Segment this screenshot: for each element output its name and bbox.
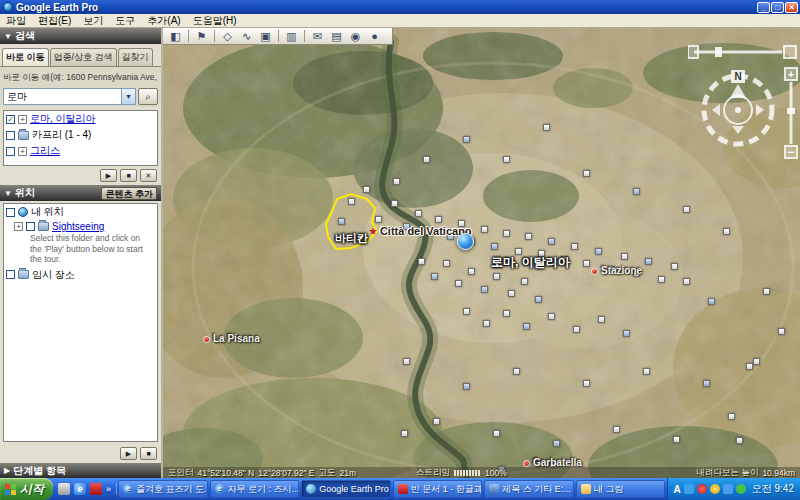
photo-marker[interactable]: [703, 380, 710, 387]
photo-marker[interactable]: [595, 248, 602, 255]
play-places-tour-button[interactable]: ▶: [120, 447, 137, 460]
dropdown-arrow-icon[interactable]: ▼: [121, 89, 135, 104]
photo-marker[interactable]: [423, 156, 430, 163]
photo-marker[interactable]: [481, 286, 488, 293]
photo-marker[interactable]: [728, 413, 735, 420]
expander-icon[interactable]: +: [14, 222, 23, 231]
add-image-overlay-icon[interactable]: ▣: [257, 30, 274, 43]
add-placemark-icon[interactable]: ⚑: [193, 30, 210, 43]
photo-marker[interactable]: [415, 210, 422, 217]
tray-icon-3[interactable]: [710, 484, 720, 494]
taskbar-window-hwp[interactable]: 빈 문서 1 - 한글과...: [393, 480, 483, 498]
menu-view[interactable]: 보기: [83, 14, 103, 28]
menu-edit[interactable]: 편집(E): [38, 14, 71, 28]
sightseeing-checkbox[interactable]: [26, 222, 35, 231]
view-in-google-maps-icon[interactable]: ◉: [347, 30, 364, 43]
photo-marker[interactable]: [503, 230, 510, 237]
clear-results-button[interactable]: ✕: [140, 169, 157, 182]
photo-marker[interactable]: [613, 426, 620, 433]
photo-marker[interactable]: [443, 260, 450, 267]
menu-help[interactable]: 도움말(H): [193, 14, 237, 28]
photo-marker[interactable]: [778, 328, 785, 335]
taskbar-window-1[interactable]: e 즐겨호 표즈기 도...: [118, 480, 208, 498]
sightseeing-link[interactable]: Sightseeing: [52, 221, 104, 232]
email-icon[interactable]: ✉: [309, 30, 326, 43]
tray-icon-2[interactable]: [697, 484, 707, 494]
photo-marker[interactable]: [573, 326, 580, 333]
photo-marker[interactable]: [375, 216, 382, 223]
map-viewport[interactable]: ◧ ⚑ ◇ ∿ ▣ ▥ ✉ ▤ ◉ ● 바티칸 ★Città del Vatic…: [163, 28, 800, 478]
temporary-places-label[interactable]: 임시 장소: [32, 268, 75, 282]
taskbar-window-2[interactable]: e 자무 로기 : 즈시...: [210, 480, 300, 498]
menu-add[interactable]: 추가(A): [147, 14, 180, 28]
result-greece-link[interactable]: 그리스: [30, 144, 60, 158]
photo-marker[interactable]: [463, 308, 470, 315]
photo-marker[interactable]: [683, 278, 690, 285]
photo-marker[interactable]: [763, 288, 770, 295]
photo-marker[interactable]: [338, 218, 345, 225]
photo-marker[interactable]: [493, 430, 500, 437]
result-rome-link[interactable]: 로마, 이탈리아: [30, 112, 96, 126]
photo-marker[interactable]: [348, 198, 355, 205]
result-checkbox[interactable]: [6, 147, 15, 156]
add-path-icon[interactable]: ∿: [238, 30, 255, 43]
photo-marker[interactable]: [535, 296, 542, 303]
taskbar-window-5[interactable]: 제목 스 기타 E:...: [484, 480, 574, 498]
photo-marker[interactable]: [623, 330, 630, 337]
photo-marker[interactable]: [658, 276, 665, 283]
expander-icon[interactable]: +: [18, 147, 27, 156]
photo-marker[interactable]: [673, 436, 680, 443]
tab-fly-to[interactable]: 바로 이동: [2, 48, 49, 66]
add-content-button[interactable]: 콘텐츠 추가: [101, 187, 157, 200]
photo-marker[interactable]: [583, 260, 590, 267]
photo-marker[interactable]: [683, 206, 690, 213]
photo-marker[interactable]: [463, 383, 470, 390]
tab-directions[interactable]: 길찾기: [118, 48, 153, 66]
sightseeing-row[interactable]: + Sightseeing: [4, 220, 157, 233]
photo-marker[interactable]: [543, 124, 550, 131]
places-panel-header[interactable]: ▼ 위치 콘텐츠 추가: [0, 185, 161, 201]
quick-launch-app-icon[interactable]: [90, 483, 102, 495]
print-icon[interactable]: ▤: [328, 30, 345, 43]
photo-marker[interactable]: [491, 243, 498, 250]
photo-marker[interactable]: [633, 188, 640, 195]
photo-marker[interactable]: [548, 238, 555, 245]
expander-icon[interactable]: +: [18, 115, 27, 124]
search-result-row[interactable]: ✓ + 로마, 이탈리아: [4, 111, 157, 127]
taskbar-window-google-earth[interactable]: Google Earth Pro: [301, 480, 391, 498]
menu-tools[interactable]: 도구: [115, 14, 135, 28]
photo-marker[interactable]: [521, 278, 528, 285]
photo-marker[interactable]: [508, 290, 515, 297]
temporary-places-row[interactable]: 임시 장소: [4, 267, 157, 283]
search-input[interactable]: 로마 ▼: [3, 88, 136, 105]
result-checkbox-checked[interactable]: ✓: [6, 115, 15, 124]
my-places-label[interactable]: 내 위치: [31, 205, 64, 219]
photo-marker[interactable]: [455, 280, 462, 287]
my-places-row[interactable]: 내 위치: [4, 204, 157, 220]
navigation-gadget[interactable]: N + −: [688, 44, 800, 166]
ime-language-indicator[interactable]: A: [674, 484, 681, 495]
search-result-marker[interactable]: [457, 233, 474, 250]
photo-marker[interactable]: [403, 358, 410, 365]
photo-marker[interactable]: [621, 253, 628, 260]
photo-marker[interactable]: [643, 368, 650, 375]
photo-marker[interactable]: [583, 380, 590, 387]
photo-marker[interactable]: [481, 226, 488, 233]
photo-marker[interactable]: [753, 358, 760, 365]
photo-marker[interactable]: [483, 320, 490, 327]
photo-marker[interactable]: [548, 313, 555, 320]
result-checkbox[interactable]: [6, 131, 15, 140]
map-label-vatican-city[interactable]: ★Città del Vaticano: [368, 225, 472, 238]
tab-find-businesses[interactable]: 업종/상호 검색: [50, 48, 117, 66]
result-capri-label[interactable]: 카프리 (1 - 4): [32, 128, 91, 142]
menu-file[interactable]: 파일: [6, 14, 26, 28]
sky-icon[interactable]: ●: [366, 30, 383, 42]
add-polygon-icon[interactable]: ◇: [219, 30, 236, 43]
stop-tour-button[interactable]: ■: [120, 169, 137, 182]
photo-marker[interactable]: [708, 298, 715, 305]
stop-places-tour-button[interactable]: ■: [140, 447, 157, 460]
search-panel-header[interactable]: ▼ 검색: [0, 28, 161, 44]
photo-marker[interactable]: [503, 310, 510, 317]
photo-marker[interactable]: [391, 200, 398, 207]
tray-icon-5[interactable]: [736, 484, 746, 494]
